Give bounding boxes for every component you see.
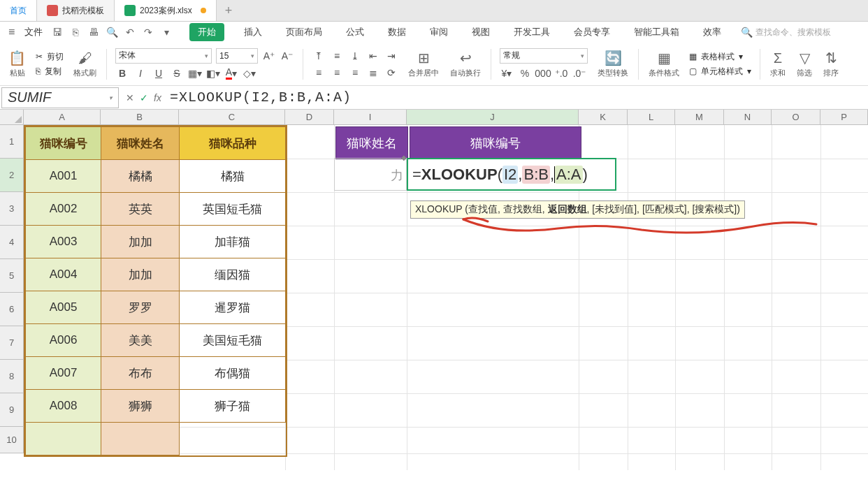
font-size-select[interactable]: 15▾ (216, 48, 258, 64)
inc-decimal-icon[interactable]: ⁺.0 (554, 66, 568, 80)
align-top-icon[interactable]: ⤒ (312, 49, 326, 63)
row-header-1[interactable]: 1 (0, 125, 24, 159)
paste-group[interactable]: 📋粘贴 (4, 43, 30, 85)
col-header-o[interactable]: O (772, 110, 820, 124)
border-button[interactable]: ▦▾ (188, 66, 202, 80)
grow-font-icon[interactable]: A⁺ (262, 49, 276, 63)
shrink-font-icon[interactable]: A⁻ (280, 49, 294, 63)
table-row[interactable]: A004加加缅因猫 (26, 258, 286, 291)
tab-add-button[interactable]: + (217, 0, 241, 21)
preview-icon[interactable]: 🔍 (106, 26, 118, 38)
orientation-icon[interactable]: ⟳ (384, 66, 398, 80)
col-header-j[interactable]: J (407, 110, 579, 124)
sort-button[interactable]: ⇅排序 (819, 43, 843, 85)
ribbon-tab-start[interactable]: 开始 (189, 23, 224, 41)
italic-button[interactable]: I (133, 66, 147, 80)
col-header-n[interactable]: N (724, 110, 772, 124)
number-format-select[interactable]: 常规▾ (500, 48, 588, 64)
indent-inc-icon[interactable]: ⇥ (384, 49, 398, 63)
tab-file[interactable]: 2023案例.xlsx (115, 0, 217, 21)
font-select[interactable]: 宋体▾ (115, 48, 212, 64)
dropdown-icon[interactable]: ▾ (160, 26, 173, 38)
align-bottom-icon[interactable]: ⤓ (348, 49, 362, 63)
export-icon[interactable]: ⎘ (69, 26, 82, 38)
col-header-k[interactable]: K (579, 110, 628, 124)
row-header-7[interactable]: 7 (0, 326, 24, 360)
formula-cancel-button[interactable]: ✕ (126, 92, 134, 103)
tab-templates[interactable]: 找稻壳模板 (37, 0, 115, 21)
strike-button[interactable]: S (170, 66, 184, 80)
undo-icon[interactable]: ↶ (124, 26, 136, 38)
table-row[interactable]: A001橘橘橘猫 (26, 160, 286, 193)
col-header-m[interactable]: M (675, 110, 724, 124)
row-header-5[interactable]: 5 (0, 259, 24, 293)
underline-button[interactable]: U (152, 66, 166, 80)
table-row[interactable]: A005罗罗暹罗猫 (26, 291, 286, 324)
row-header-10[interactable]: 10 (0, 427, 24, 453)
cut-button[interactable]: ✂剪切 (36, 51, 64, 63)
align-justify-icon[interactable]: ≣ (366, 66, 380, 80)
highlight-button[interactable]: ◇▾ (243, 66, 256, 80)
fx-icon[interactable]: fx (154, 92, 161, 103)
save-icon[interactable]: 🖫 (51, 26, 64, 38)
redo-icon[interactable]: ↷ (142, 26, 154, 38)
table-row[interactable]: A008狮狮狮子猫 (26, 390, 286, 423)
row-header-4[interactable]: 4 (0, 226, 24, 259)
name-box[interactable]: SUMIF▾ (1, 87, 119, 108)
cat-header-breed[interactable]: 猫咪品种 (180, 127, 286, 160)
ribbon-tab-view[interactable]: 视图 (468, 23, 494, 41)
cat-header-id[interactable]: 猫咪编号 (26, 127, 101, 160)
format-painter[interactable]: 🖌格式刷 (69, 43, 101, 85)
lookup-header-id[interactable]: 猫咪编号 (410, 126, 581, 159)
sum-button[interactable]: Σ求和 (766, 43, 790, 85)
col-header-a[interactable]: A (24, 110, 101, 124)
command-search[interactable]: 🔍 查找命令、搜索模板 (741, 27, 831, 38)
cat-header-name[interactable]: 猫咪姓名 (101, 127, 180, 160)
merge-button[interactable]: ⊞合并居中 (404, 43, 443, 85)
cond-format-button[interactable]: ▦条件格式 (644, 43, 683, 85)
percent-icon[interactable]: % (518, 66, 532, 80)
font-color-button[interactable]: A▾ (224, 66, 238, 80)
currency-icon[interactable]: ¥▾ (500, 66, 514, 80)
ribbon-tab-review[interactable]: 审阅 (426, 23, 452, 41)
wrap-button[interactable]: ↩自动换行 (446, 43, 485, 85)
ribbon-tab-dev[interactable]: 开发工具 (509, 23, 554, 41)
ribbon-tab-formula[interactable]: 公式 (342, 23, 368, 41)
select-all-corner[interactable] (0, 110, 24, 124)
row-header-2[interactable]: 2 (0, 159, 24, 192)
bold-button[interactable]: B (115, 66, 129, 80)
col-header-c[interactable]: C (179, 110, 285, 124)
dec-decimal-icon[interactable]: .0⁻ (572, 66, 586, 80)
row-header-8[interactable]: 8 (0, 360, 24, 393)
ribbon-tab-smart[interactable]: 智能工具箱 (630, 23, 683, 41)
copy-button[interactable]: ⎘复制 (36, 66, 64, 78)
table-row[interactable]: A003加加加菲猫 (26, 226, 286, 258)
formula-accept-button[interactable]: ✓ (140, 92, 148, 103)
ribbon-tab-member[interactable]: 会员专享 (570, 23, 614, 41)
row-header-3[interactable]: 3 (0, 192, 24, 226)
indent-dec-icon[interactable]: ⇤ (366, 49, 380, 63)
tab-home[interactable]: 首页 (0, 0, 37, 21)
align-left-icon[interactable]: ≡ (312, 66, 326, 80)
ribbon-tab-data[interactable]: 数据 (384, 23, 410, 41)
app-menu-icon[interactable]: ≡ (6, 26, 17, 38)
table-row[interactable]: A002英英英国短毛猫 (26, 193, 286, 226)
table-row-empty[interactable] (26, 423, 286, 455)
formula-input[interactable]: =XLOOKUP(I2,B:B,A:A) (167, 89, 868, 105)
col-header-l[interactable]: L (628, 110, 675, 124)
table-style-button[interactable]: ▦表格样式▾ (689, 51, 751, 63)
cells-area[interactable]: 猫咪编号 猫咪姓名 猫咪品种 A001橘橘橘猫 A002英英英国短毛猫 A003… (24, 125, 868, 470)
cell-j2-editing[interactable]: =XLOOKUP(I2,B:B,A:A) (407, 158, 616, 191)
row-header-9[interactable]: 9 (0, 393, 24, 427)
ribbon-tab-insert[interactable]: 插入 (240, 23, 266, 41)
ribbon-tab-layout[interactable]: 页面布局 (282, 23, 326, 41)
ribbon-tab-eff[interactable]: 效率 (699, 23, 725, 41)
align-center-icon[interactable]: ≡ (330, 66, 344, 80)
col-header-d[interactable]: D (285, 110, 334, 124)
fill-color-button[interactable]: ◧▾ (206, 66, 220, 80)
cell-i2[interactable]: 力 ◆ (334, 158, 407, 191)
row-header-6[interactable]: 6 (0, 293, 24, 326)
filter-button[interactable]: ▽筛选 (793, 43, 816, 85)
lookup-header-name[interactable]: 猫咪姓名 (335, 126, 408, 159)
print-icon[interactable]: 🖶 (87, 26, 100, 38)
